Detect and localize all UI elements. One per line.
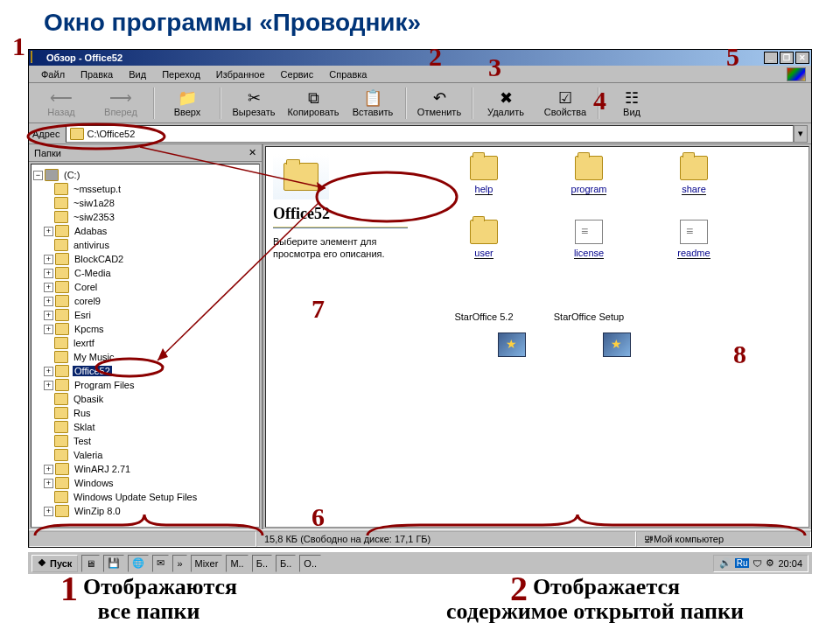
tree-node[interactable]: +Corel <box>33 280 257 294</box>
explorer-body: Папки ✕ −(C:)~mssetup.t~siw1a28~siw2353+… <box>29 144 811 529</box>
tree-node[interactable]: +corel9 <box>33 294 257 308</box>
info-hint: Выберите элемент для просмотра его описа… <box>273 235 408 260</box>
grid-item[interactable]: license <box>550 220 628 259</box>
grid-item[interactable]: share <box>654 156 733 195</box>
taskbar-item[interactable]: M.. <box>226 555 248 572</box>
tree-node[interactable]: antivirus <box>33 238 257 252</box>
tree-node[interactable]: Windows Update Setup Files <box>33 490 257 504</box>
slide-title: Окно программы «Проводник» <box>0 0 840 42</box>
menu-help[interactable]: Справка <box>322 67 374 81</box>
properties-button[interactable]: ☑Свойства <box>536 86 594 121</box>
undo-icon: ↶ <box>433 89 446 107</box>
menu-edit[interactable]: Правка <box>74 67 120 81</box>
separator <box>153 88 155 119</box>
tree-node[interactable]: +WinZip 8.0 <box>33 504 257 518</box>
tree-node[interactable]: Valeria <box>33 448 257 462</box>
grid-item[interactable]: StarOffice 5.2 <box>444 284 523 322</box>
copy-icon: ⧉ <box>308 89 319 107</box>
quicklaunch-icon[interactable]: 🌐 <box>128 555 149 572</box>
windows-logo-icon <box>787 67 806 81</box>
tree-node[interactable]: +WinARJ 2.71 <box>33 462 257 476</box>
taskbar: ❖ Пуск 🖥 💾 🌐 ✉ » Mixer M.. Б.. Б.. О.. 🔊… <box>28 551 812 574</box>
address-field[interactable]: C:\Office52 <box>66 125 794 143</box>
folders-panel: Папки ✕ −(C:)~mssetup.t~siw1a28~siw2353+… <box>29 144 263 529</box>
forward-button[interactable]: ⟶Вперед <box>92 86 150 121</box>
address-dropdown-button[interactable]: ▾ <box>794 125 808 143</box>
menu-tools[interactable]: Сервис <box>274 67 321 81</box>
tree-node[interactable]: Test <box>33 434 257 448</box>
maximize-button[interactable]: ❐ <box>780 52 794 64</box>
cut-button[interactable]: ✂Вырезать <box>225 86 283 121</box>
system-tray: 🔊 Ru 🛡 ⚙ 20:04 <box>713 555 808 572</box>
tray-icon[interactable]: 🛡 <box>752 558 762 569</box>
copy-button[interactable]: ⧉Копировать <box>284 86 342 121</box>
app-icon <box>603 332 631 357</box>
address-label: Адрес <box>32 129 60 139</box>
tree-node[interactable]: +Program Files <box>33 378 257 392</box>
tree-node[interactable]: +Office52 <box>33 364 257 378</box>
grid-item[interactable]: program <box>550 156 628 195</box>
tree-node[interactable]: ~mssetup.t <box>33 182 257 196</box>
close-panel-button[interactable]: ✕ <box>248 147 256 158</box>
tray-icon[interactable]: ⚙ <box>766 557 774 569</box>
close-button[interactable]: ✕ <box>795 52 809 64</box>
paste-button[interactable]: 📋Вставить <box>344 86 402 121</box>
scissors-icon: ✂ <box>248 89 261 107</box>
up-button[interactable]: 📁Вверх <box>158 86 216 121</box>
folder-tree[interactable]: −(C:)~mssetup.t~siw1a28~siw2353+Adabasan… <box>31 164 260 528</box>
content-area: Office52 Выберите элемент для просмотра … <box>265 146 809 528</box>
grid-item[interactable]: StarOffice Setup <box>550 284 628 322</box>
quicklaunch-expand[interactable]: » <box>172 555 186 572</box>
menu-favorites[interactable]: Избранное <box>209 67 272 81</box>
quicklaunch-icon[interactable]: 🖥 <box>81 555 100 572</box>
titlebar-text: Обзор - Office52 <box>46 52 122 63</box>
tree-node[interactable]: Sklat <box>33 420 257 434</box>
menu-go[interactable]: Переход <box>155 67 207 81</box>
tree-node[interactable]: ~siw2353 <box>33 210 257 224</box>
doc-icon <box>575 220 603 244</box>
status-left <box>29 531 256 547</box>
grid-item[interactable]: readme <box>654 220 733 259</box>
views-button[interactable]: ☷Вид <box>603 86 661 121</box>
quicklaunch-icon[interactable]: 💾 <box>103 555 124 572</box>
minimize-button[interactable]: _ <box>764 52 778 64</box>
undo-button[interactable]: ↶Отменить <box>410 86 468 121</box>
taskbar-item[interactable]: Б.. <box>276 555 296 572</box>
tray-icon[interactable]: 🔊 <box>719 557 732 569</box>
tree-node[interactable]: ~siw1a28 <box>33 196 257 210</box>
tree-node[interactable]: +BlockCAD2 <box>33 252 257 266</box>
toolbar: ⟵Назад ⟶Вперед 📁Вверх ✂Вырезать ⧉Копиров… <box>29 83 811 123</box>
folders-header: Папки ✕ <box>29 144 262 162</box>
separator <box>220 88 221 119</box>
status-right: 🖳 Мой компьютер <box>636 531 811 547</box>
tree-root[interactable]: −(C:) <box>33 168 257 182</box>
taskbar-item[interactable]: О.. <box>299 555 321 572</box>
caption-1: 1Отображаютсявсе папки <box>9 576 289 623</box>
delete-button[interactable]: ✖Удалить <box>477 86 535 121</box>
back-button[interactable]: ⟵Назад <box>32 86 90 121</box>
tree-node[interactable]: +Esri <box>33 308 257 322</box>
language-indicator[interactable]: Ru <box>735 558 750 568</box>
menu-view[interactable]: Вид <box>122 67 153 81</box>
folders-header-label: Папки <box>34 148 61 158</box>
tree-node[interactable]: My Music <box>33 350 257 364</box>
tree-node[interactable]: +Adabas <box>33 224 257 238</box>
tree-node[interactable]: lexrtf <box>33 336 257 350</box>
tree-node[interactable]: +C-Media <box>33 266 257 280</box>
tree-node[interactable]: +Windows <box>33 476 257 490</box>
properties-icon: ☑ <box>558 89 572 107</box>
taskbar-item[interactable]: Б.. <box>252 555 272 572</box>
grid-item[interactable]: user <box>444 220 523 259</box>
menu-file[interactable]: Файл <box>34 67 72 81</box>
tree-node[interactable]: Rus <box>33 406 257 420</box>
tree-node[interactable]: +Kpcms <box>33 322 257 336</box>
quicklaunch-icon[interactable]: ✉ <box>152 555 169 572</box>
tree-node[interactable]: Qbasik <box>33 392 257 406</box>
grid-item[interactable]: help <box>444 156 523 195</box>
views-icon: ☷ <box>625 89 639 107</box>
taskbar-item[interactable]: Mixer <box>191 555 223 572</box>
folder-icon <box>31 52 43 64</box>
menubar: Файл Правка Вид Переход Избранное Сервис… <box>29 66 811 83</box>
titlebar: Обзор - Office52 _ ❐ ✕ <box>29 50 811 66</box>
info-pane: Office52 Выберите элемент для просмотра … <box>266 147 415 527</box>
